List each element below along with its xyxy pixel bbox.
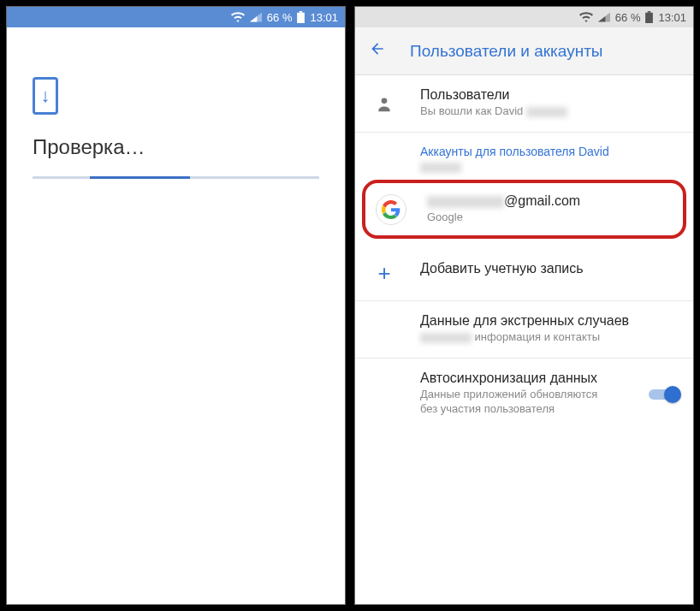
account-provider: Google [427, 211, 673, 225]
svg-rect-3 [646, 13, 654, 23]
redacted-text [420, 163, 461, 173]
settings-list: Пользователи Вы вошли как David Аккаунты… [355, 75, 693, 604]
svg-point-4 [382, 98, 388, 104]
progress-indicator [33, 176, 319, 179]
verification-screen: Проверка… [7, 27, 345, 179]
account-email: @gmail.com [427, 193, 673, 209]
redacted-text [427, 196, 504, 208]
app-bar: Пользователи и аккаунты [355, 27, 693, 75]
svg-rect-2 [648, 11, 651, 13]
emergency-subtitle: информация и контакты [420, 330, 679, 345]
google-logo-icon [376, 194, 406, 225]
status-bar: 66 % 13:01 [355, 7, 693, 27]
add-account-label: Добавить учетную запись [420, 256, 679, 276]
list-item-emergency[interactable]: Данные для экстренных случаев информация… [355, 301, 693, 359]
accounts-section-header: Аккаунты для пользователя David [355, 133, 693, 175]
person-icon [369, 89, 400, 120]
progress-bar-fill [90, 176, 190, 179]
redacted-text [526, 107, 567, 117]
signal-icon [250, 12, 262, 22]
wifi-icon [579, 12, 593, 22]
highlighted-account: @gmail.com Google [362, 180, 686, 239]
phone-right: 66 % 13:01 Пользователи и аккаунты Польз… [354, 6, 694, 605]
spacer-icon [369, 372, 400, 403]
battery-icon [297, 11, 305, 23]
phone-left: 66 % 13:01 Проверка… [6, 6, 346, 605]
autosync-toggle[interactable] [649, 386, 679, 403]
battery-icon [645, 11, 653, 23]
clock: 13:01 [658, 11, 686, 24]
users-title: Пользователи [420, 87, 679, 103]
page-title: Пользователи и аккаунты [410, 42, 603, 61]
users-subtitle: Вы вошли как David [420, 104, 679, 119]
emergency-title: Данные для экстренных случаев [420, 313, 679, 329]
clock: 13:01 [310, 11, 338, 24]
redacted-text [420, 333, 472, 343]
plus-icon: + [369, 258, 400, 288]
list-item-users[interactable]: Пользователи Вы вошли как David [355, 75, 693, 133]
status-bar: 66 % 13:01 [7, 7, 345, 27]
back-button[interactable] [369, 40, 386, 62]
battery-percentage: 66 % [615, 11, 641, 24]
list-item-add-account[interactable]: + Добавить учетную запись [355, 244, 693, 301]
svg-rect-1 [298, 13, 306, 23]
verification-title: Проверка… [33, 135, 319, 159]
list-item-autosync: Автосинхронизация данных Данные приложен… [355, 359, 693, 429]
download-phone-icon [33, 77, 58, 115]
autosync-title: Автосинхронизация данных [420, 371, 628, 386]
list-item-google-account[interactable]: @gmail.com Google [365, 183, 683, 235]
autosync-subtitle: Данные приложений обновляются без участи… [420, 388, 600, 417]
spacer-icon [369, 315, 400, 346]
wifi-icon [231, 12, 245, 22]
battery-percentage: 66 % [267, 11, 293, 24]
svg-rect-0 [300, 11, 303, 13]
signal-icon [598, 12, 610, 22]
